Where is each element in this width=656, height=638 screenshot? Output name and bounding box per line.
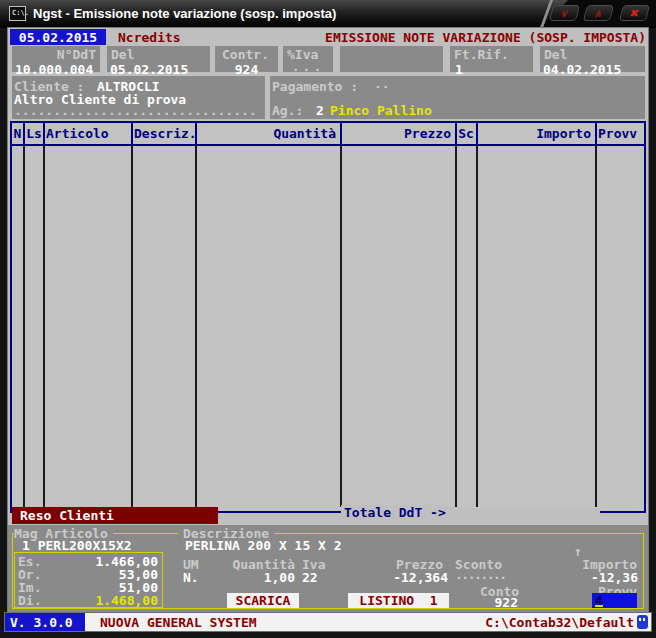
field-contr-value: 924	[215, 61, 278, 76]
field-noddt[interactable]: N°DdT 10.000.004	[12, 46, 100, 72]
window-titlebar[interactable]: C:\. Ngst - Emissione note variazione (s…	[0, 0, 656, 28]
field-iva[interactable]: %Iva ···	[283, 46, 333, 72]
document-type-tag: Reso Clienti	[12, 507, 218, 524]
grid-column-divider	[595, 146, 597, 507]
agent-name: Pinco Pallino	[330, 104, 432, 117]
field-del2[interactable]: Del 04.02.2015	[540, 46, 645, 72]
text-cursor	[595, 605, 603, 607]
grid-column-divider	[455, 123, 457, 144]
field-contr[interactable]: Contr. 924	[215, 46, 278, 72]
screen-title: EMISSIONE NOTE VARIAZIONE (SOSP. IMPOSTA…	[325, 31, 646, 44]
grid-column-divider	[195, 146, 197, 507]
system-date-box[interactable]: 05.02.2015	[10, 29, 106, 45]
mag-articolo-value: 1 PERL200X15X2	[22, 539, 132, 552]
company-name: NUOVA GENERAL SYSTEM	[100, 616, 257, 629]
system-date: 05.02.2015	[10, 31, 106, 44]
maximize-button[interactable]: ∧	[583, 5, 614, 21]
chevron-up-icon: ∧	[593, 8, 605, 19]
items-grid[interactable]	[10, 121, 646, 513]
price-value: -12,364	[348, 571, 448, 584]
dos-prompt-icon-text: C:\.	[10, 7, 25, 16]
descrizione-value: PERLINA 200 X 15 X 2	[185, 539, 342, 552]
grid-col-ls: Ls	[25, 127, 43, 140]
grid-column-divider	[476, 146, 478, 507]
field-del1-value: 05.02.2015	[107, 61, 210, 76]
stock-value-highlight: 1.468,00	[95, 594, 158, 607]
app-blob-icon	[637, 615, 648, 629]
grid-total-label: Totale DdT ->	[341, 505, 449, 520]
field-del1-label: Del	[107, 46, 210, 61]
scarica-button[interactable]: SCARICA	[227, 593, 299, 608]
field-noddt-value: 10.000.004	[12, 61, 100, 76]
scarica-button-label: SCARICA	[236, 594, 291, 607]
client-box[interactable]: Cliente : ALTROCLI Altro Cliente di prov…	[12, 76, 265, 119]
grid-col-importo: Importo	[479, 127, 591, 140]
provv-input[interactable]: 4	[592, 593, 637, 608]
grid-col-articolo: Articolo	[46, 127, 109, 140]
grid-column-divider	[476, 123, 478, 144]
grid-total-value-area	[448, 508, 600, 515]
grid-column-divider	[43, 146, 45, 507]
grid-col-quantita: Quantità	[197, 127, 336, 140]
grid-column-divider	[340, 123, 342, 144]
document-type-tag-label: Reso Clienti	[20, 509, 114, 522]
field-empty[interactable]	[340, 46, 443, 72]
stock-row: Di. 1.468,00	[15, 594, 162, 607]
version-badge: V. 3.0.0	[5, 613, 85, 631]
discount-value: ········	[455, 571, 506, 584]
grid-column-divider	[23, 146, 25, 507]
field-iva-label: %Iva	[283, 46, 333, 61]
qty-value: 1,00	[210, 571, 295, 584]
close-icon: ✖	[628, 8, 640, 19]
field-ftrif-label: Ft.Rif.	[450, 46, 533, 61]
stock-box: Es. 1.466,00 Or. 53,00 Im. 51,00 Di. 1.4…	[14, 552, 163, 608]
grid-column-divider	[340, 146, 342, 507]
grid-column-divider	[23, 123, 25, 144]
field-del1[interactable]: Del 05.02.2015	[107, 46, 210, 72]
field-ftrif-value: 1	[450, 61, 533, 76]
amount-value: -12,36	[538, 571, 638, 584]
agent-code: 2	[316, 104, 324, 117]
field-iva-value: ···	[283, 61, 333, 76]
status-bar: V. 3.0.0 NUOVA GENERAL SYSTEM C:\Contab3…	[5, 613, 651, 631]
grid-column-divider	[131, 123, 133, 144]
client-dots: ·······························	[14, 107, 257, 120]
grid-column-divider	[131, 146, 133, 507]
payment-value: ··	[374, 80, 390, 93]
grid-column-divider	[195, 123, 197, 144]
grid-col-n: N	[12, 127, 23, 140]
iva-value: 22	[302, 571, 318, 584]
grid-header-rule	[12, 144, 644, 146]
grid-col-provv: Provv	[598, 127, 637, 140]
payment-label: Pagamento :	[272, 80, 358, 93]
grid-col-prezzo: Prezzo	[342, 127, 451, 140]
application-window: C:\. Ngst - Emissione note variazione (s…	[0, 0, 656, 638]
data-path: C:\Contab32\Default	[485, 616, 634, 629]
minimize-button[interactable]: ∨	[549, 5, 580, 21]
grid-col-sc: Sc	[457, 127, 475, 140]
field-contr-label: Contr.	[215, 46, 278, 61]
field-del2-value: 04.02.2015	[540, 61, 645, 76]
field-del2-label: Del	[540, 46, 645, 61]
arrow-up-icon: ↑	[574, 545, 582, 558]
module-name: Ncredits	[118, 31, 181, 44]
window-title: Ngst - Emissione note variazione (sosp. …	[33, 7, 336, 21]
dos-prompt-icon: C:\.	[9, 6, 26, 21]
grid-column-divider	[455, 146, 457, 507]
stock-label: Di.	[18, 594, 41, 607]
version-text: V. 3.0.0	[10, 616, 73, 629]
close-button[interactable]: ✖	[619, 5, 650, 21]
client-name: Altro Cliente di prova	[14, 93, 186, 106]
grid-column-divider	[595, 123, 597, 144]
conto-value: 922	[460, 596, 518, 609]
chevron-down-icon: ∨	[559, 8, 571, 19]
um-value: N.	[183, 571, 199, 584]
agent-label: Ag.:	[272, 104, 303, 117]
field-noddt-label: N°DdT	[12, 46, 100, 61]
listino-button-label: LISTINO 1	[359, 594, 437, 607]
grid-column-divider	[43, 123, 45, 144]
field-ftrif[interactable]: Ft.Rif. 1	[450, 46, 533, 72]
payment-box[interactable]: Pagamento : ·· Ag.: 2 Pinco Pallino	[270, 76, 645, 119]
listino-button[interactable]: LISTINO 1	[348, 593, 449, 608]
grid-col-descriz: Descriz.	[134, 127, 197, 140]
